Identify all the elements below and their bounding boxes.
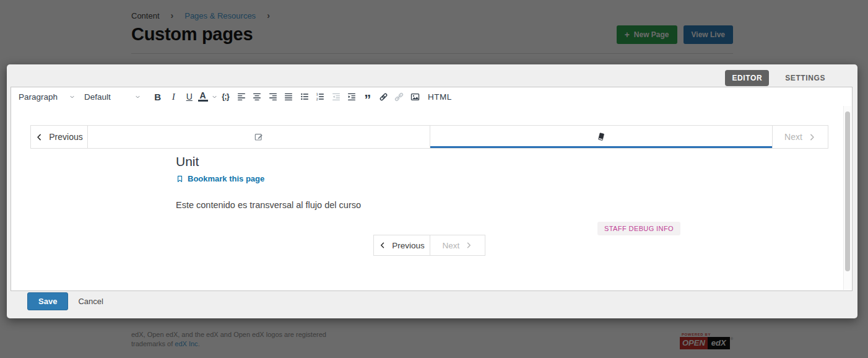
align-justify-icon — [284, 92, 293, 102]
html-source-button[interactable]: HTML — [423, 89, 457, 105]
svg-text:2: 2 — [316, 97, 318, 101]
bottom-next-label: Next — [443, 241, 460, 250]
unit-content: Unit Bookmark this page Este contenido e… — [176, 154, 690, 210]
sequence-next-button-disabled[interactable]: Next — [772, 125, 828, 149]
chevron-down-icon — [211, 94, 218, 100]
align-right-button[interactable] — [265, 89, 281, 105]
block-format-value: Paragraph — [19, 92, 58, 102]
chevron-down-icon — [69, 94, 76, 100]
text-color-button[interactable]: A — [197, 92, 218, 102]
page-editor-modal: EDITOR SETTINGS Paragraph Default B I U … — [7, 64, 857, 318]
align-right-icon — [268, 92, 278, 102]
sequence-next-label: Next — [784, 132, 802, 142]
editor-content-area[interactable]: Previous Next Unit Bookmark this page — [11, 106, 852, 290]
unlink-button[interactable] — [391, 89, 407, 105]
code-sample-button[interactable]: {;} — [218, 89, 234, 105]
sequence-tab-2-active[interactable] — [430, 125, 773, 149]
book-icon — [596, 132, 606, 142]
underline-button[interactable]: U — [181, 89, 197, 105]
bottom-previous-button[interactable]: Previous — [373, 235, 430, 256]
chevron-left-icon — [35, 133, 43, 141]
text-color-a-glyph: A — [198, 92, 208, 102]
unit-bottom-nav: Previous Next — [373, 235, 485, 256]
scrollbar-track[interactable] — [843, 106, 851, 290]
indent-button[interactable] — [344, 89, 360, 105]
bullet-list-icon — [300, 92, 310, 102]
sequence-previous-label: Previous — [49, 132, 82, 142]
sequence-previous-button[interactable]: Previous — [30, 125, 88, 149]
insert-image-button[interactable] — [407, 89, 423, 105]
align-justify-button[interactable] — [281, 89, 297, 105]
bold-button[interactable]: B — [150, 89, 166, 105]
bookmark-this-page-link[interactable]: Bookmark this page — [176, 174, 690, 183]
unlink-icon — [394, 92, 404, 102]
bookmark-icon — [176, 175, 184, 183]
italic-button[interactable]: I — [166, 89, 182, 105]
svg-text:1: 1 — [316, 92, 318, 96]
align-center-icon — [252, 92, 262, 102]
block-format-select[interactable]: Paragraph — [19, 92, 76, 102]
sequence-tab-1[interactable] — [87, 125, 430, 149]
indent-icon — [347, 92, 357, 102]
numbered-list-icon: 12 — [315, 92, 325, 102]
align-center-button[interactable] — [250, 89, 266, 105]
chevron-right-icon — [465, 242, 472, 249]
chevron-left-icon — [379, 242, 386, 249]
bookmark-label: Bookmark this page — [188, 174, 264, 183]
tab-settings[interactable]: SETTINGS — [785, 74, 825, 82]
unit-body-text: Este contenido es transversal al flujo d… — [176, 200, 690, 210]
outdent-icon — [331, 92, 341, 102]
rich-text-editor: Paragraph Default B I U A {;} — [11, 87, 853, 291]
bottom-previous-label: Previous — [392, 241, 425, 250]
outdent-button[interactable] — [328, 89, 344, 105]
align-left-icon — [237, 92, 246, 102]
chevron-right-icon — [808, 133, 816, 141]
blockquote-button[interactable]: ” — [360, 89, 376, 105]
unit-sequence-nav: Previous Next — [30, 125, 828, 149]
link-button[interactable] — [376, 89, 392, 105]
cancel-button[interactable]: Cancel — [78, 297, 103, 306]
staff-debug-info-button[interactable]: STAFF DEBUG INFO — [597, 222, 680, 235]
numbered-list-button[interactable]: 12 — [313, 89, 329, 105]
tab-editor[interactable]: EDITOR — [725, 70, 769, 86]
link-icon — [378, 92, 389, 102]
font-value: Default — [84, 92, 111, 102]
align-left-button[interactable] — [233, 89, 250, 105]
modal-footer-actions: Save Cancel — [27, 292, 103, 310]
bottom-next-button-disabled[interactable]: Next — [430, 235, 485, 256]
editor-settings-tabs: EDITOR SETTINGS — [725, 70, 825, 86]
edit-pencil-square-icon — [254, 132, 264, 142]
chevron-down-icon — [134, 94, 141, 100]
image-icon — [410, 92, 420, 102]
font-select[interactable]: Default — [84, 92, 141, 102]
editor-toolbar: Paragraph Default B I U A {;} — [11, 87, 852, 106]
scrollbar-thumb[interactable] — [845, 111, 850, 271]
unit-title: Unit — [176, 154, 690, 169]
bullet-list-button[interactable] — [297, 89, 313, 105]
save-button[interactable]: Save — [27, 292, 68, 310]
